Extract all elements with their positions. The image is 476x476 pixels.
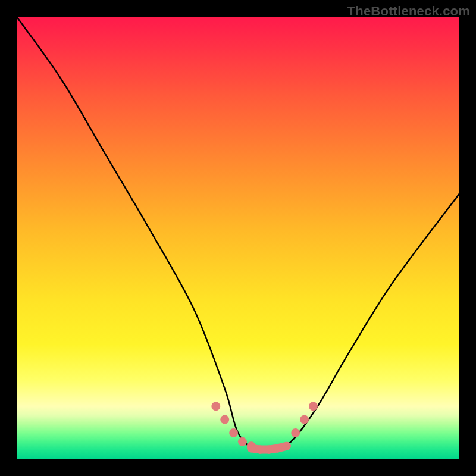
bead-icon	[291, 428, 300, 437]
plot-area	[17, 17, 459, 459]
bead-icon	[220, 415, 229, 424]
bead-icon	[265, 446, 273, 454]
bead-icon	[300, 415, 309, 424]
bead-icon	[247, 444, 255, 452]
bead-icon	[274, 444, 282, 452]
attribution-text: TheBottleneck.com	[347, 4, 470, 19]
bead-icon	[283, 442, 291, 450]
bead-icon	[229, 428, 238, 437]
bead-icon	[238, 437, 247, 446]
bead-icon	[211, 402, 220, 411]
curve-beads	[211, 402, 318, 453]
chart-frame: TheBottleneck.com	[0, 0, 476, 476]
bead-icon	[256, 446, 264, 454]
bottleneck-curve	[17, 17, 459, 452]
curve-layer	[17, 17, 459, 459]
bead-icon	[309, 402, 318, 411]
